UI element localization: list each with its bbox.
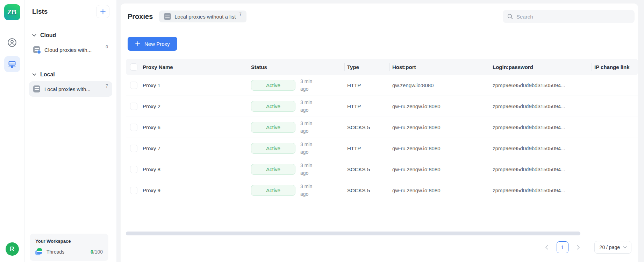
chevron-down-icon <box>32 73 36 76</box>
proxy-type: SOCKS 5 <box>344 124 389 130</box>
list-filter-label: Local proxies without a list <box>174 14 236 20</box>
last-check-age: 3 min ago <box>300 120 321 135</box>
status-badge: Active <box>251 80 295 91</box>
proxy-host-port: gw-ru.zengw.io:8080 <box>389 103 489 109</box>
row-checkbox[interactable] <box>130 124 137 131</box>
list-item-label: Local proxies with... <box>44 86 101 92</box>
column-host-port: Host:port <box>389 59 489 75</box>
page-size-select[interactable]: 20 / page <box>594 241 631 254</box>
cloud-list-icon <box>33 46 40 53</box>
table-row: Proxy 6 Active 3 min ago SOCKS 5 gw-ru.z… <box>126 117 638 138</box>
row-checkbox[interactable] <box>130 103 137 110</box>
proxy-type: SOCKS 5 <box>344 187 389 193</box>
status-badge: Active <box>251 101 295 112</box>
new-proxy-label: New Proxy <box>144 41 170 47</box>
proxies-network-icon <box>7 60 17 69</box>
proxy-name: Proxy 9 <box>143 187 239 193</box>
user-account-icon <box>7 38 17 47</box>
list-item-cloud-proxies[interactable]: Cloud proxies with... 0 <box>29 42 112 57</box>
column-status: Status <box>239 59 344 75</box>
page-number-button[interactable]: 1 <box>557 241 568 253</box>
status-badge: Active <box>251 185 295 196</box>
search-input[interactable] <box>516 14 630 20</box>
page-title: Proxies <box>128 13 153 21</box>
lists-panel: Lists Cloud Cloud proxies with... 0 Loca <box>24 0 116 262</box>
column-proxy-name: Proxy Name <box>143 59 239 75</box>
proxy-type: HTTP <box>344 103 389 109</box>
list-filter-count: 7 <box>239 12 242 17</box>
proxy-login-password: zpmp9e695d0d9bd31505094... <box>489 187 592 193</box>
proxy-host-port: gw-ru.zengw.io:8080 <box>389 187 489 193</box>
threads-icon <box>35 248 42 255</box>
threads-quota: /100 <box>93 249 103 255</box>
plus-icon <box>100 8 106 15</box>
list-filter-badge[interactable]: Local proxies without a list 7 <box>159 11 246 22</box>
page-size-value: 20 / page <box>600 244 620 250</box>
main-content: Proxies Local proxies without a list 7 N… <box>121 4 638 262</box>
proxy-login-password: zpmp9e695d0d9bd31505094... <box>489 103 592 109</box>
list-item-count: 7 <box>106 84 108 89</box>
icon-rail: ZB R <box>0 0 24 262</box>
proxy-name: Proxy 7 <box>143 145 239 151</box>
search-box <box>503 10 635 23</box>
last-check-age: 3 min ago <box>300 162 321 177</box>
proxy-name: Proxy 1 <box>143 82 239 88</box>
threads-label: Threads <box>46 249 86 255</box>
proxy-type: HTTP <box>344 82 389 88</box>
search-icon <box>507 13 513 20</box>
status-badge: Active <box>251 122 295 133</box>
next-page-button[interactable] <box>576 244 581 250</box>
row-checkbox[interactable] <box>130 82 137 89</box>
prev-page-button[interactable] <box>544 244 549 250</box>
proxy-name: Proxy 2 <box>143 103 239 109</box>
group-header-local[interactable]: Local <box>24 71 116 78</box>
table-row: Proxy 1 Active 3 min ago HTTP gw.zengw.i… <box>126 75 638 96</box>
list-item-local-proxies[interactable]: Local proxies with... 7 <box>29 81 112 97</box>
chevron-right-icon <box>577 245 580 250</box>
threads-usage: 0/100 <box>91 249 103 255</box>
proxy-host-port: gw-ru.zengw.io:8080 <box>389 124 489 130</box>
threads-used: 0 <box>91 249 93 255</box>
proxy-host-port: gw-ru.zengw.io:8080 <box>389 145 489 151</box>
column-type: Type <box>344 59 389 75</box>
select-all-checkbox[interactable] <box>130 63 137 71</box>
table-header: Proxy Name Status Type Host:port Login:p… <box>126 59 638 75</box>
status-badge: Active <box>251 164 295 175</box>
group-label: Cloud <box>40 32 56 39</box>
list-icon <box>33 85 40 92</box>
last-check-age: 3 min ago <box>300 78 321 93</box>
group-label: Local <box>40 71 55 78</box>
pagination: 1 20 / page <box>544 241 631 254</box>
add-list-button[interactable] <box>96 5 109 18</box>
row-checkbox[interactable] <box>130 187 137 194</box>
last-check-age: 3 min ago <box>300 141 321 156</box>
row-checkbox[interactable] <box>130 145 137 152</box>
user-avatar[interactable]: R <box>6 242 19 256</box>
proxy-name: Proxy 8 <box>143 166 239 172</box>
group-header-cloud[interactable]: Cloud <box>24 32 116 39</box>
list-item-count: 0 <box>106 44 108 49</box>
column-ip-change-link: IP change link <box>592 59 638 75</box>
proxy-login-password: zpmp9e695d0d9bd31505094... <box>489 166 592 172</box>
proxy-login-password: zpmp9e695d0d9bd31505094... <box>489 82 592 88</box>
plus-icon <box>135 41 141 47</box>
table-body: Proxy 1 Active 3 min ago HTTP gw.zengw.i… <box>126 75 638 201</box>
proxy-login-password: zpmp9e695d0d9bd31505094... <box>489 145 592 151</box>
row-checkbox[interactable] <box>130 166 137 173</box>
list-item-label: Cloud proxies with... <box>44 47 101 53</box>
new-proxy-button[interactable]: New Proxy <box>128 37 177 51</box>
workspace-card: Your Workspace Threads 0/100 <box>30 234 108 261</box>
table-row: Proxy 7 Active 3 min ago HTTP gw-ru.zeng… <box>126 138 638 159</box>
horizontal-scrollbar[interactable] <box>126 232 580 235</box>
proxies-nav-button[interactable] <box>4 56 20 72</box>
app-logo[interactable]: ZB <box>4 4 20 20</box>
table-row: Proxy 8 Active 3 min ago SOCKS 5 gw-ru.z… <box>126 159 638 180</box>
chevron-left-icon <box>545 245 548 250</box>
last-check-age: 3 min ago <box>300 183 321 198</box>
proxy-type: HTTP <box>344 145 389 151</box>
proxy-login-password: zpmp9e695d0d9bd31505094... <box>489 124 592 130</box>
proxy-name: Proxy 6 <box>143 124 239 130</box>
app-logo-text: ZB <box>7 8 16 16</box>
proxy-type: SOCKS 5 <box>344 166 389 172</box>
account-nav-button[interactable] <box>4 34 20 50</box>
